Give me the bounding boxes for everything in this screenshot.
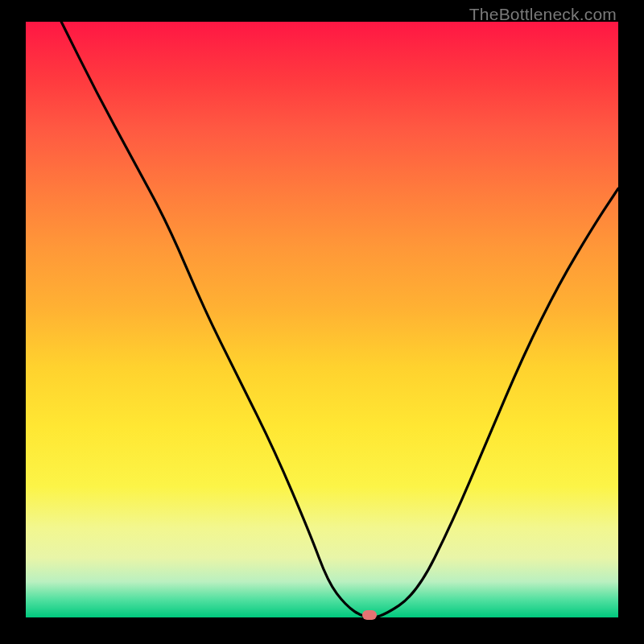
bottleneck-curve bbox=[26, 22, 618, 617]
plot-area bbox=[26, 22, 618, 617]
optimal-point-marker bbox=[362, 610, 377, 620]
chart-container: TheBottleneck.com bbox=[0, 0, 644, 644]
